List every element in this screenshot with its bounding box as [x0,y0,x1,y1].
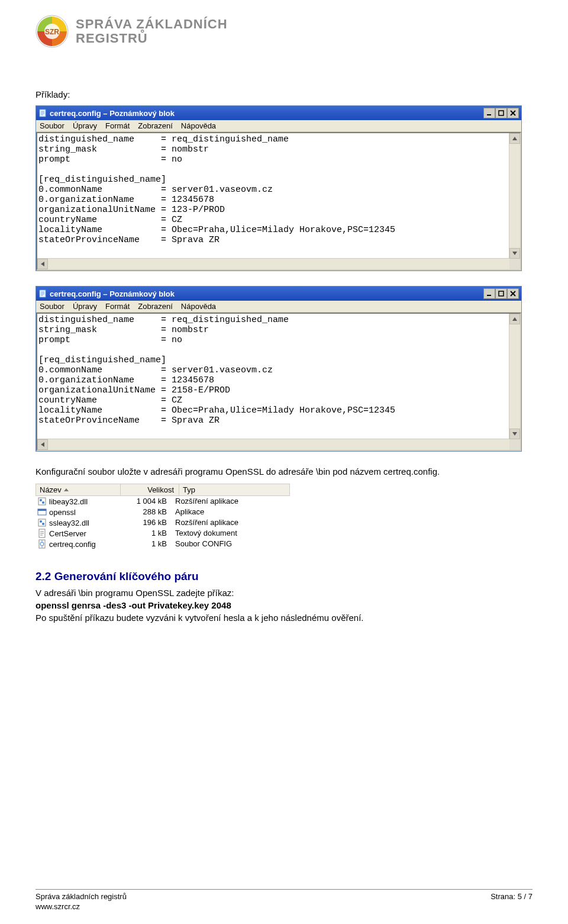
menu-zobrazeni[interactable]: Zobrazení [138,121,173,130]
svg-rect-21 [38,498,46,505]
file-row[interactable]: ssleay32.dll196 kBRozšíření aplikace [36,517,290,528]
scroll-left-icon[interactable] [37,439,48,450]
footer-page-number: Strana: 5 / 7 [490,892,532,912]
svg-rect-26 [38,519,46,526]
footer-url: www.szrcr.cz [36,902,127,912]
svg-rect-9 [499,111,504,115]
close-button[interactable] [507,108,519,118]
file-size: 288 kB [120,507,172,517]
scroll-left-icon[interactable] [37,259,48,269]
window-title: certreq.config – Poznámkový blok [50,289,175,298]
svg-rect-18 [499,291,504,296]
header-line-2: REGISTRŮ [76,31,228,46]
menu-upravy[interactable]: Úpravy [73,302,97,311]
svg-rect-12 [40,290,46,297]
file-type: Aplikace [172,507,290,517]
notepad-window-1: certreq.config – Poznámkový blok Soubor … [36,105,522,271]
scrollbar-corner [509,259,520,269]
file-size: 1 kB [120,529,172,538]
col-type[interactable]: Typ [183,485,195,494]
menu-format[interactable]: Formát [105,121,130,130]
header-line-1: SPRÁVA ZÁKLADNÍCH [76,17,228,31]
file-size: 1 004 kB [120,497,172,506]
titlebar[interactable]: certreq.config – Poznámkový blok [36,286,521,301]
scroll-down-icon[interactable] [509,429,520,439]
file-size: 196 kB [120,518,172,527]
page-footer: Správa základních registrů www.szrcr.cz … [36,889,532,912]
priklady-label: Příklady: [36,89,532,99]
file-row[interactable]: openssl288 kBAplikace [36,507,290,517]
file-name: CertServer [49,529,86,538]
minimize-button[interactable] [483,108,495,118]
col-name[interactable]: Název [40,485,62,494]
file-name: certreq.config [49,540,96,549]
section-2-2-heading: 2.2 Generování klíčového páru [36,570,532,583]
file-type: Textový dokument [172,529,290,538]
menu-format[interactable]: Formát [105,302,130,311]
file-row[interactable]: libeay32.dll1 004 kBRozšíření aplikace [36,496,290,507]
notepad-textarea-1[interactable]: distinguished_name = req_distinguished_n… [36,132,521,271]
openssl-command: openssl genrsa -des3 -out Privatekey.key… [36,600,532,610]
menu-zobrazeni[interactable]: Zobrazení [138,302,173,311]
vertical-scrollbar[interactable] [509,314,520,439]
file-type-txt-icon [37,529,47,538]
window-title: certreq.config – Poznámkový blok [50,109,175,118]
file-size: 1 kB [120,539,172,549]
scrollbar-corner [509,439,520,450]
col-size[interactable]: Velikost [147,485,174,494]
svg-rect-25 [38,509,46,511]
menu-soubor[interactable]: Soubor [40,121,64,130]
save-instruction: Konfigurační soubor uložte v adresáři pr… [36,466,532,477]
menubar: Soubor Úpravy Formát Zobrazení Nápověda [36,120,521,132]
maximize-button[interactable] [495,288,507,299]
svg-text:SZR: SZR [45,28,59,36]
scroll-up-icon[interactable] [509,314,520,324]
menubar: Soubor Úpravy Formát Zobrazení Nápověda [36,301,521,313]
notepad-textarea-2[interactable]: distinguished_name = req_distinguished_n… [36,313,521,451]
file-type-dll-icon [37,518,47,527]
close-button[interactable] [507,288,519,299]
notepad-file-icon [38,289,47,298]
maximize-button[interactable] [495,108,507,118]
horizontal-scrollbar[interactable] [37,258,509,269]
notepad-window-2: certreq.config – Poznámkový blok Soubor … [36,286,522,452]
svg-point-28 [42,523,44,525]
vertical-scrollbar[interactable] [509,133,520,259]
file-name: ssleay32.dll [49,519,89,527]
minimize-button[interactable] [483,288,495,299]
menu-napoveda[interactable]: Nápověda [181,302,216,311]
svg-point-23 [42,501,44,504]
menu-upravy[interactable]: Úpravy [73,121,97,130]
scroll-up-icon[interactable] [509,133,520,144]
szr-logo-icon: SZR [36,15,69,48]
file-name: openssl [49,508,76,517]
file-type-dll-icon [37,497,47,506]
scroll-down-icon[interactable] [509,248,520,259]
file-type-cfg-icon [37,539,47,549]
notepad-file-icon [38,109,47,117]
file-list: Název Velikost Typ libeay32.dll1 004 kBR… [36,484,290,549]
horizontal-scrollbar[interactable] [37,439,509,450]
file-row[interactable]: certreq.config1 kBSoubor CONFIG [36,539,290,549]
svg-point-27 [40,520,42,523]
page-header: SZR SPRÁVA ZÁKLADNÍCH REGISTRŮ [36,15,532,48]
sort-ascending-icon [64,488,69,491]
file-type-exe-icon [37,507,47,517]
file-type: Rozšíření aplikace [172,518,290,527]
gen-instruction-1: V adresáři \bin programu OpenSSL zadejte… [36,588,532,598]
file-type: Soubor CONFIG [172,539,290,549]
gen-instruction-2: Po spuštění příkazu budete vyzváni k vyt… [36,613,532,623]
file-row[interactable]: CertServer1 kBTextový dokument [36,528,290,539]
footer-org: Správa základních registrů [36,892,127,902]
file-type: Rozšíření aplikace [172,497,290,506]
svg-point-22 [40,499,42,501]
titlebar[interactable]: certreq.config – Poznámkový blok [36,106,521,120]
file-list-header[interactable]: Název Velikost Typ [36,484,290,496]
menu-soubor[interactable]: Soubor [40,302,64,311]
menu-napoveda[interactable]: Nápověda [181,121,216,130]
file-name: libeay32.dll [49,497,88,506]
svg-rect-3 [40,110,46,117]
